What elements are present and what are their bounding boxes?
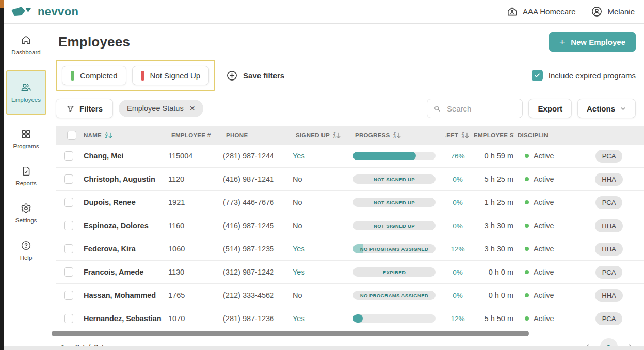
discipline-badge: PCA	[595, 196, 623, 209]
sort-icon[interactable]: ZA	[462, 132, 469, 139]
table-row[interactable]: Espinoza, Dolores1160(416) 987-1245NoNOT…	[56, 214, 644, 237]
employee-status: Active	[514, 221, 579, 230]
status-chip-completed[interactable]: Completed	[62, 66, 126, 85]
remove-filter-icon[interactable]: ✕	[189, 104, 196, 113]
row-checkbox[interactable]	[64, 267, 73, 277]
row-checkbox[interactable]	[64, 198, 73, 207]
row-checkbox[interactable]	[64, 174, 73, 184]
plus-icon: +	[559, 37, 565, 47]
applied-filter-chip[interactable]: Employee Status ✕	[119, 100, 203, 117]
employee-number: 1130	[168, 268, 223, 276]
table-row[interactable]: Federova, Kira1060(514) 987-1235YesNO PR…	[56, 237, 644, 261]
sidebar-item-help[interactable]: Help	[6, 235, 46, 265]
new-employee-button[interactable]: + New Employee	[549, 32, 636, 52]
row-checkbox[interactable]	[64, 221, 73, 230]
employee-name[interactable]: Federova, Kira	[81, 245, 168, 253]
user-name: Melanie	[607, 7, 635, 16]
sidebar-item-label: Programs	[13, 143, 39, 149]
signed-up-value: Yes	[293, 152, 352, 160]
employee-status: Active	[514, 198, 579, 206]
employee-number: 1060	[168, 245, 223, 253]
table-row[interactable]: Hassan, Mohammed1765(212) 333-4562NoNO P…	[56, 284, 644, 307]
sort-icon[interactable]: AZ	[105, 132, 112, 139]
table-row[interactable]: Francois, Amede1130(312) 987-1242YesEXPI…	[56, 261, 644, 284]
hours-left: 0 h 0 m	[471, 291, 514, 299]
search-input[interactable]	[446, 104, 517, 114]
sidebar-item-dashboard[interactable]: Dashboard	[6, 30, 46, 60]
active-status-dot	[525, 247, 529, 251]
row-checkbox[interactable]	[64, 291, 73, 300]
hours-left: 5 h 25 m	[471, 175, 514, 183]
progress-percent: 12%	[445, 245, 471, 253]
employees-table: NAMEAZEMPLOYEE #PHONESIGNED UPZAPROGRESS…	[56, 126, 644, 330]
save-filters-button[interactable]: Save filters	[223, 69, 287, 82]
sidebar-item-programs[interactable]: Programs	[6, 124, 46, 154]
export-button[interactable]: Export	[528, 99, 572, 118]
employee-name[interactable]: Dupois, Renee	[81, 198, 168, 206]
table-row[interactable]: Hernandez, Sebastian1070(281) 987-1236Ye…	[56, 307, 644, 330]
funnel-icon	[66, 104, 75, 113]
sidebar-item-label: Dashboard	[11, 49, 40, 55]
employee-number: 1765	[168, 291, 223, 299]
sidebar-item-label: Employees	[11, 97, 41, 103]
app-window: nevvon AAA Homecare Melanie	[0, 0, 644, 350]
gear-icon	[21, 203, 31, 215]
brand-name: nevvon	[38, 5, 78, 19]
table-row[interactable]: Chang, Mei115004(281) 987-1244Yes76%0 h …	[56, 145, 644, 168]
filters-button[interactable]: Filters	[56, 99, 113, 118]
status-chip-not-signed-up[interactable]: Not Signed Up	[132, 66, 210, 85]
brand-logo[interactable]: nevvon	[11, 5, 78, 19]
include-expired-checkbox[interactable]: Include expired programs	[532, 70, 636, 81]
column-header: EMPLOYEE STATUSZA	[471, 132, 514, 139]
sidebar-item-label: Reports	[15, 180, 36, 186]
discipline-badge: PCA	[595, 266, 623, 279]
sidebar-item-reports[interactable]: Reports	[6, 161, 46, 191]
topbar-right: AAA Homecare Melanie	[506, 6, 635, 18]
column-header: PROGRESSZA	[352, 132, 445, 139]
progress-percent: 76%	[445, 152, 471, 160]
user-menu[interactable]: Melanie	[591, 6, 635, 18]
employee-phone: (312) 987-1242	[223, 268, 293, 276]
horizontal-scrollbar[interactable]	[56, 331, 644, 336]
table-row[interactable]: Dupois, Renee1921(773) 446-7676NoNOT SIG…	[56, 191, 644, 214]
row-checkbox[interactable]	[64, 151, 73, 161]
employee-name[interactable]: Hernandez, Sebastian	[81, 314, 168, 323]
employee-name[interactable]: Hassan, Mohammed	[81, 291, 168, 299]
select-all-checkbox[interactable]	[67, 131, 76, 140]
sort-icon[interactable]: ZA	[333, 132, 341, 139]
sidebar-item-settings[interactable]: Settings	[6, 198, 46, 228]
progress-percent: 0%	[445, 292, 471, 299]
sidebar-item-label: Help	[20, 254, 33, 261]
sort-icon[interactable]: ZA	[394, 132, 401, 139]
employee-name[interactable]: Francois, Amede	[81, 268, 168, 276]
employee-status: Active	[514, 245, 579, 253]
employee-number: 1160	[168, 221, 223, 230]
employee-number: 1070	[168, 314, 223, 323]
hours-left: 0 h 0 m	[471, 268, 514, 276]
chevron-down-icon	[620, 105, 626, 112]
employee-name[interactable]: Chang, Mei	[81, 152, 168, 160]
status-filter-group: CompletedNot Signed Up	[56, 60, 215, 91]
grid-icon	[21, 129, 31, 140]
progress-percent: 12%	[445, 315, 471, 323]
organization-menu[interactable]: AAA Homecare	[506, 6, 576, 18]
signed-up-value: Yes	[293, 245, 352, 253]
employee-name[interactable]: Espinoza, Dolores	[81, 221, 168, 230]
status-color-indicator	[71, 71, 74, 81]
scrollbar-thumb[interactable]	[52, 331, 529, 336]
employee-name[interactable]: Christoph, Augustin	[81, 175, 168, 183]
row-checkbox[interactable]	[64, 244, 73, 253]
sidebar-item-employees[interactable]: Employees	[6, 70, 46, 115]
discipline-badge: PCA	[595, 312, 623, 325]
column-header: NAMEAZ	[81, 132, 168, 139]
employee-status: Active	[514, 268, 579, 276]
progress-bar	[353, 314, 436, 323]
actions-button[interactable]: Actions	[577, 99, 636, 118]
progress-percent: 0%	[445, 268, 471, 276]
table-row[interactable]: Christoph, Augustin1120(416) 987-1241NoN…	[56, 168, 644, 191]
signed-up-value: Yes	[293, 314, 352, 323]
people-icon	[20, 82, 32, 94]
row-checkbox[interactable]	[64, 314, 73, 323]
signed-up-value: Yes	[293, 268, 352, 276]
search-icon	[433, 104, 441, 113]
